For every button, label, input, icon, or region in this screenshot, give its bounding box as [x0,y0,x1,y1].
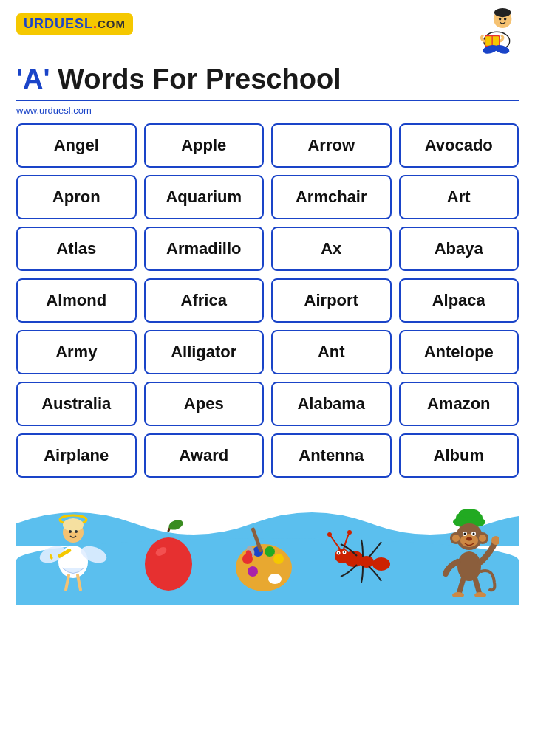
svg-point-28 [273,554,284,564]
title-row: 'A' Words For Preschool [16,63,519,97]
svg-point-56 [466,537,472,541]
footer-wave [16,487,519,605]
word-card: Aquarium [144,175,265,219]
ant-icon [326,523,407,597]
word-card: Angel [16,123,137,168]
svg-point-21 [145,537,192,591]
apple-icon [135,516,202,597]
angel-icon [36,509,110,597]
svg-point-23 [236,544,292,591]
word-card: Avocado [399,123,519,168]
svg-point-60 [474,592,486,597]
svg-point-42 [347,530,352,535]
website-label: www.urduesl.com [16,105,519,116]
word-card: Alabama [271,382,392,426]
word-card: Apron [16,175,137,219]
word-card: Airplane [16,433,137,478]
logo: URDUESL.COM [16,13,133,35]
svg-point-45 [459,509,480,518]
page-title: 'A' Words For Preschool [16,63,341,95]
svg-line-18 [66,575,69,590]
logo-text: URDUESL [24,16,93,31]
words-grid: AngelAppleArrowAvocadoApronAquariumArmch… [16,123,519,478]
word-card: Almond [16,278,137,323]
svg-line-19 [78,575,81,590]
svg-point-16 [69,530,72,533]
svg-point-8 [504,18,507,21]
word-card: Apes [144,382,265,426]
page: URDUESL.COM 'A' [0,0,535,756]
word-card: Africa [144,278,265,323]
svg-point-1 [494,8,511,17]
word-card: Abaya [399,227,519,271]
word-card: Ax [271,227,392,271]
svg-point-54 [464,533,466,535]
svg-point-27 [265,546,275,557]
word-card: Alligator [144,330,265,374]
word-card: Australia [16,382,137,426]
word-card: Alpaca [399,278,519,323]
logo-com: COM [98,18,126,30]
svg-point-39 [338,552,339,554]
footer-characters [16,509,519,597]
word-card: Antenna [271,433,392,478]
word-card: Album [399,433,519,478]
svg-point-57 [457,551,481,581]
word-card: Atlas [16,227,137,271]
header: URDUESL.COM [16,13,519,59]
svg-point-36 [335,549,350,563]
word-card: Apple [144,123,265,168]
svg-point-17 [75,530,78,533]
title-divider [16,100,519,101]
kid-reading-icon [467,7,519,59]
svg-point-55 [473,533,475,535]
title-a: 'A' [16,63,50,94]
word-card: Armadillo [144,227,265,271]
word-card: Antelope [399,330,519,374]
title-rest: Words For Preschool [50,63,341,94]
svg-point-40 [344,551,345,553]
word-card: Armchair [271,175,392,219]
svg-point-11 [63,518,84,532]
svg-point-24 [268,574,282,584]
word-card: Award [144,433,265,478]
word-card: Arrow [271,123,392,168]
svg-point-33 [372,557,390,571]
word-card: Amazon [399,382,519,426]
word-card: Ant [271,330,392,374]
palette-icon [227,516,301,597]
word-card: Airport [271,278,392,323]
word-card: Art [399,175,519,219]
svg-point-7 [499,18,502,21]
svg-point-50 [479,535,486,542]
svg-point-48 [452,535,460,542]
monkey-icon [432,509,499,597]
svg-point-59 [452,592,464,597]
word-card: Army [16,330,137,374]
svg-point-29 [248,566,258,577]
svg-point-41 [327,532,332,537]
